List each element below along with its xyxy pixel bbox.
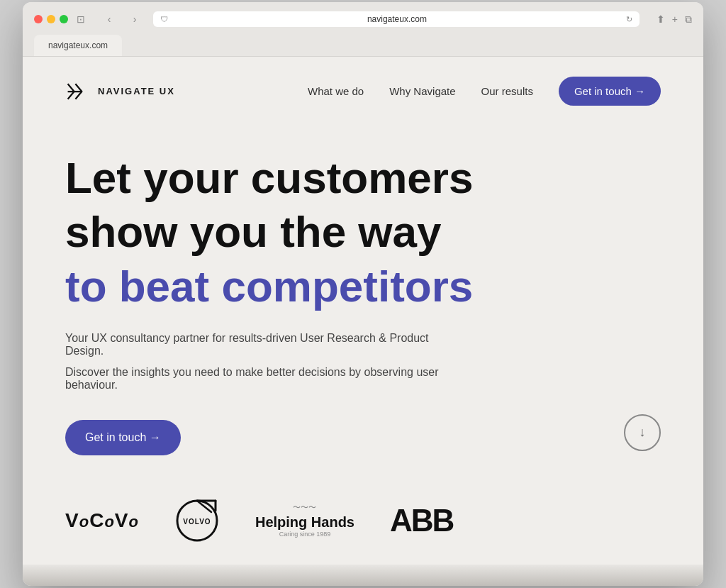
logo-text: NAVIGATE UX [98,86,175,96]
helping-hands-logo: 〜〜〜 Helping Hands Caring since 1989 [255,503,354,538]
security-icon: 🛡 [160,15,168,23]
nav-why-navigate[interactable]: Why Navigate [389,85,455,97]
address-bar[interactable]: 🛡 navigateux.com ↻ [153,11,640,27]
hero-headline-line1: Let your customers [65,154,661,202]
browser-chrome: ⊡ ‹ › 🛡 navigateux.com ↻ ⬆ + ⧉ navigateu… [23,2,703,57]
browser-actions: ⬆ + ⧉ [657,13,692,26]
vocovo-text: VoCoVo [65,509,139,531]
tab-title: navigateux.com [48,40,108,50]
hero-headline-line2: show you the way [65,208,661,256]
logo[interactable]: NAVIGATE UX [65,79,175,104]
traffic-lights [34,15,68,23]
volvo-icon: VOLVO [174,498,220,543]
nav-our-results[interactable]: Our results [481,85,533,97]
abb-text: ABB [390,503,453,538]
hero-headline-colored: to beat competitors [65,262,661,311]
share-icon[interactable]: ⬆ [657,13,665,25]
nav-links: What we do Why Navigate Our results Get … [308,77,661,106]
hero-subtext-2: Discover the insights you need to make b… [65,366,491,392]
window-icons: ⊡ [77,13,85,25]
vocovo-logo: VoCoVo [65,509,139,532]
minimize-button[interactable] [47,15,55,23]
hero-subtext-1: Your UX consultancy partner for results-… [65,332,462,357]
nav-cta-button[interactable]: Get in touch → [559,77,661,106]
bottom-peek [23,565,703,586]
windows-icon[interactable]: ⧉ [685,13,692,26]
url-text: navigateux.com [172,14,622,24]
sidebar-toggle-icon[interactable]: ⊡ [77,13,85,25]
hero-section: Let your customers show you the way to b… [23,126,703,470]
browser-window: ⊡ ‹ › 🛡 navigateux.com ↻ ⬆ + ⧉ navigateu… [23,2,703,586]
browser-nav: ‹ › [99,11,145,28]
active-tab[interactable]: navigateux.com [34,35,122,56]
maximize-button[interactable] [60,15,68,23]
helping-hands-text: Helping Hands [255,514,354,531]
close-button[interactable] [34,15,43,23]
back-button[interactable]: ‹ [99,11,119,28]
volvo-logo: VOLVO [174,498,220,543]
svg-text:VOLVO: VOLVO [183,518,211,526]
forward-button[interactable]: › [125,11,145,28]
new-tab-icon[interactable]: + [672,13,678,25]
page-content: NAVIGATE UX What we do Why Navigate Our … [23,57,703,565]
arrow-down-icon: ↓ [640,425,646,440]
nav-what-we-do[interactable]: What we do [308,85,364,97]
refresh-icon[interactable]: ↻ [626,15,632,24]
scroll-down-button[interactable]: ↓ [624,414,661,451]
logos-section: VoCoVo VOLVO 〜〜〜 Helping Hands Caring si… [23,470,703,565]
hero-cta-button[interactable]: Get in touch → [65,420,181,455]
navbar: NAVIGATE UX What we do Why Navigate Our … [23,57,703,126]
logo-icon [65,79,91,104]
abb-logo: ABB [390,503,453,538]
